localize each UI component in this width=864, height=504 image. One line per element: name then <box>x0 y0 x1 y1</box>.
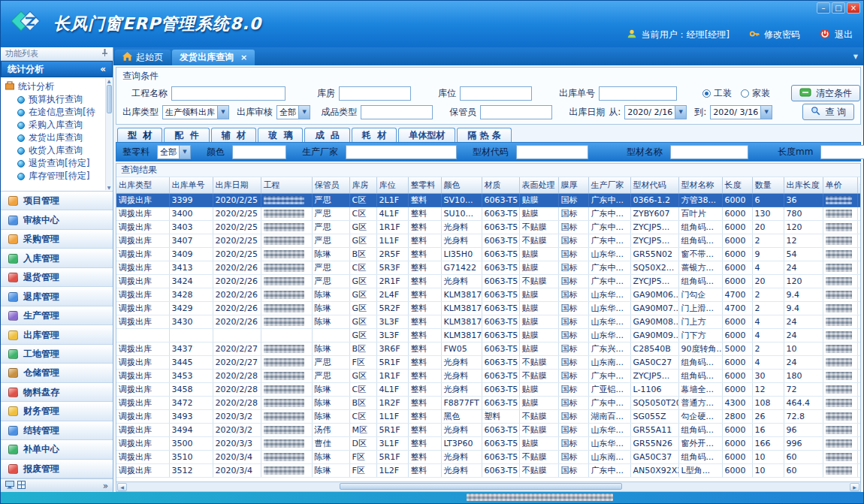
sidebar-item-9[interactable]: 仓储管理 <box>1 364 113 382</box>
column-header[interactable]: 出库长度 <box>784 177 823 193</box>
table-row[interactable]: 调拨出库34302020/2/26陈琳G区3L3F整料KLM38176063-T… <box>116 315 860 328</box>
radio-jiazhuang[interactable]: 家装 <box>741 87 770 100</box>
column-header[interactable]: 膜厚 <box>558 177 588 193</box>
table-row[interactable]: 调拨出库34032020/2/25严思G区1R1F整料光身料6063-T5不贴膜… <box>116 220 860 234</box>
sidebar-item-11[interactable]: 财务管理 <box>1 402 113 421</box>
tab-close-icon[interactable]: × <box>240 53 247 62</box>
column-header[interactable]: 库位 <box>376 177 408 193</box>
sidebar-item-12[interactable]: 结转管理 <box>1 421 113 440</box>
table-row[interactable]: 调拨出库34582020/2/28陈琳C区4L1F整料光身料6063-T5贴膜国… <box>116 382 860 396</box>
more-modules-button[interactable]: » <box>103 481 108 491</box>
column-header[interactable]: 金 <box>857 177 860 193</box>
column-header[interactable]: 长度 <box>722 177 752 193</box>
logout-link[interactable]: 退出 <box>835 29 853 41</box>
clear-conditions-button[interactable]: 清空条件 <box>791 85 860 101</box>
table-row[interactable]: 调拨出库34452020/2/27严思F区5R1F整料光身料6063-T5不贴膜… <box>116 355 860 369</box>
column-header[interactable]: 生产厂家 <box>588 177 630 193</box>
column-header[interactable]: 型材名称 <box>678 177 722 193</box>
tree-item[interactable]: 库存管理[待定] <box>5 170 105 183</box>
tab-list-dropdown-icon[interactable]: ▼ <box>853 53 858 60</box>
scroll-up-icon[interactable]: ▲ <box>107 78 111 83</box>
monitor-icon[interactable] <box>5 481 14 491</box>
material-tab-0[interactable]: 型 材 <box>117 128 162 142</box>
column-header[interactable]: 库房 <box>349 177 376 193</box>
tree-item[interactable]: 采购入库查询 <box>5 119 105 131</box>
table-row[interactable]: 调拨出库34002020/2/25严思C区4L1F整料SU10...6063-T… <box>116 207 860 220</box>
table-row[interactable]: 调拨出库35102020/3/4陈琳F区5R1F整料光身料6063-T5不贴膜国… <box>116 450 860 463</box>
sidebar-item-2[interactable]: 采购管理 <box>1 230 113 249</box>
radio-gongzhuang[interactable]: 工装 <box>702 87 732 100</box>
profile-code-input[interactable] <box>516 145 588 159</box>
out-type-select[interactable]: 生产领料出库▼ <box>162 105 229 119</box>
maximize-button[interactable]: □ <box>832 2 845 14</box>
table-row[interactable]: 调拨出库33992020/2/25严思C区2L1F整料SV10...6063-T… <box>116 193 860 207</box>
scroll-thumb[interactable] <box>107 85 112 113</box>
whole-piece-select[interactable]: 全部▼ <box>157 145 191 159</box>
minimize-button[interactable]: – <box>817 2 830 14</box>
tree-item[interactable]: 发货出库查询 <box>5 131 105 144</box>
column-header[interactable]: 工程 <box>261 177 312 193</box>
close-button[interactable]: × <box>847 2 860 14</box>
tab-0[interactable]: 起始页 <box>115 50 171 65</box>
accordion-header-statistics[interactable]: 统计分析 « <box>1 61 113 77</box>
tree-item[interactable]: 预算执行查询 <box>5 93 105 106</box>
collapse-icon[interactable]: « <box>100 64 106 74</box>
table-row[interactable]: 调拨出库34722020/2/28陈琳B区1R2F整料F8877FT6063-T… <box>116 396 860 409</box>
material-tab-3[interactable]: 玻 璃 <box>258 128 303 142</box>
sidebar-item-8[interactable]: 工地管理 <box>1 345 113 364</box>
sidebar-item-14[interactable]: 报废管理 <box>1 460 113 478</box>
column-header[interactable]: 整零料 <box>408 177 441 193</box>
project-name-input[interactable] <box>171 86 285 101</box>
material-tab-7[interactable]: 隔 热 条 <box>457 128 511 142</box>
table-row[interactable]: 调拨出库34532020/2/28严思G区1R1F整料光身料6063-T5不贴膜… <box>116 369 860 382</box>
table-row[interactable]: 调拨出库34942020/3/2汤伟M区5R1F整料光身料6063-T5不贴膜国… <box>116 423 860 436</box>
profile-name-input[interactable] <box>670 145 748 159</box>
date-from-select[interactable]: 2020/ 2/16▼ <box>624 105 687 119</box>
table-row[interactable]: 调拨出库35002020/3/3曹佳D区3L1F整料LT3P606063-T5贴… <box>116 436 860 450</box>
material-tab-4[interactable]: 成 品 <box>304 128 349 142</box>
sidebar-item-10[interactable]: 物料盘存 <box>1 383 113 402</box>
location-input[interactable] <box>460 86 532 101</box>
column-header[interactable]: 出库单号 <box>169 177 213 193</box>
table-row[interactable]: G区3L3F整料KLM38176063-T5贴膜国标山东华...GA90M09.… <box>116 328 860 342</box>
date-to-select[interactable]: 2020/ 3/16▼ <box>710 105 772 119</box>
sidebar-item-7[interactable]: 出库管理 <box>1 325 113 344</box>
column-header[interactable]: 保管员 <box>312 177 349 193</box>
sidebar-item-4[interactable]: 退货管理 <box>1 268 113 287</box>
tree-scrollbar[interactable]: ▲ ▼ <box>105 78 112 190</box>
table-row[interactable]: 调拨出库34092020/2/25陈琳B区2R5F整料LI35H06063-T5… <box>116 247 860 261</box>
tree-item[interactable]: 退货查询[待定] <box>5 157 105 170</box>
column-header[interactable]: 出库类型 <box>116 177 169 193</box>
audit-select[interactable]: 全部▼ <box>276 105 310 119</box>
material-tab-1[interactable]: 配 件 <box>164 128 209 142</box>
order-no-input[interactable] <box>599 86 677 101</box>
table-row[interactable]: 调拨出库34242020/2/26严思G区2R1F整料光身料6063-T5不贴膜… <box>116 274 860 288</box>
scroll-right-icon[interactable]: ▶ <box>850 483 859 491</box>
search-button[interactable]: 查 询 <box>802 104 854 120</box>
table-row[interactable]: 调拨出库34072020/2/25严思G区1L1F整料光身料6063-T5不贴膜… <box>116 234 860 247</box>
column-header[interactable]: 出库日期 <box>213 177 261 193</box>
color-input[interactable] <box>232 145 286 159</box>
column-header[interactable]: 型材代码 <box>630 177 678 193</box>
warehouse-input[interactable] <box>339 86 411 101</box>
sidebar-item-3[interactable]: 入库管理 <box>1 249 113 267</box>
length-input[interactable] <box>820 145 864 159</box>
table-row[interactable]: 调拨出库34282020/2/26陈琳G区2L4F整料KLM38176063-T… <box>116 288 860 301</box>
material-tab-5[interactable]: 耗 材 <box>352 128 397 142</box>
material-tab-6[interactable]: 单体型材 <box>398 128 455 142</box>
table-row[interactable]: 调拨出库34932020/3/2陈琳C区1L1F整料黑色塑料不贴膜国标湖南百..… <box>116 409 860 423</box>
horizontal-scrollbar[interactable]: ◀ ▶ <box>116 481 860 491</box>
column-header[interactable]: 单价 <box>823 177 857 193</box>
column-header[interactable]: 颜色 <box>441 177 482 193</box>
column-header[interactable]: 材质 <box>482 177 519 193</box>
product-type-input[interactable] <box>361 105 433 119</box>
change-password-link[interactable]: 修改密码 <box>764 29 800 41</box>
tree-item[interactable]: 收货入库查询 <box>5 144 105 157</box>
sidebar-item-6[interactable]: 生产管理 <box>1 306 113 325</box>
sidebar-item-1[interactable]: 审核中心 <box>1 210 113 229</box>
scroll-down-icon[interactable]: ▼ <box>107 185 111 190</box>
manufacturer-input[interactable] <box>346 145 457 159</box>
grid-icon[interactable] <box>17 481 26 491</box>
column-header[interactable]: 表面处理 <box>519 177 558 193</box>
material-tab-2[interactable]: 辅 材 <box>211 128 256 142</box>
